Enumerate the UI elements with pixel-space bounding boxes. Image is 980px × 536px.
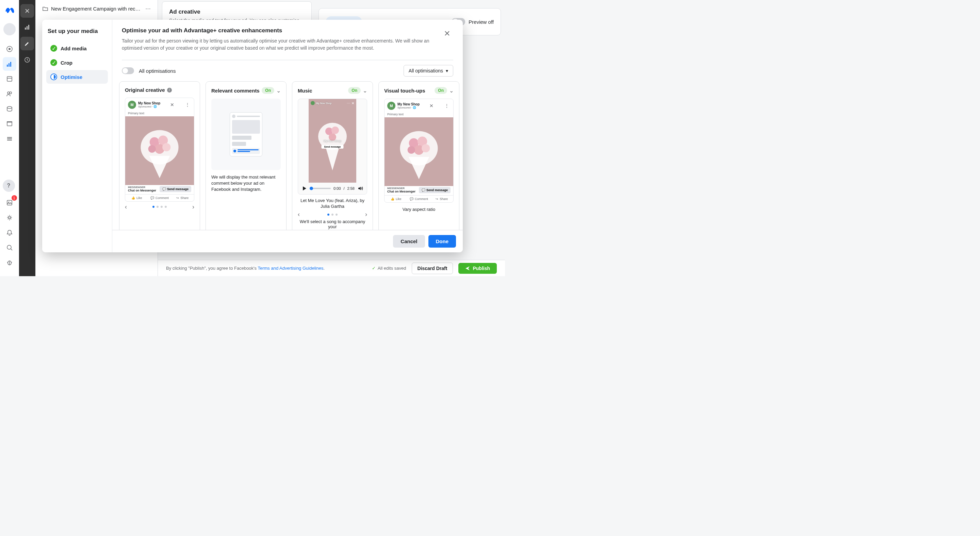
comment-icon: 💬 [410, 197, 414, 201]
chevron-down-icon[interactable]: ⌄ [363, 87, 367, 94]
shop-avatar: M [387, 102, 395, 110]
touchup-caption: Vary aspect ratio [384, 207, 453, 212]
modal-main: Optimise your ad with Advantage+ creativ… [112, 20, 463, 252]
share-icon: ↪ [436, 197, 438, 201]
chevron-down-icon[interactable]: ⌄ [449, 87, 453, 94]
music-time-current: 0:00 [334, 186, 340, 190]
ad-image [125, 116, 194, 184]
comments-description: We will display the most relevant commen… [211, 174, 281, 193]
cta-subtitle: Chat on Messenger [387, 190, 417, 193]
ad-preview-original: M My New Shop Sponsored · 🌐 ✕ ⋮ Primary … [125, 98, 194, 202]
check-icon: ✓ [50, 45, 57, 52]
carousel-dot[interactable] [336, 214, 337, 216]
cta-title: MESSENGER [387, 187, 417, 190]
done-button[interactable]: Done [428, 235, 456, 247]
more-icon[interactable]: ⋮ [184, 102, 191, 108]
step-add-media[interactable]: ✓ Add media [46, 41, 108, 55]
next-icon[interactable]: › [192, 203, 194, 211]
prev-icon[interactable]: ‹ [125, 203, 127, 211]
like-icon: 👍 [391, 197, 395, 201]
card-visual-touchups: Visual touch-ups On ⌄ M My New Shop Spon… [379, 81, 460, 230]
svg-point-37 [162, 143, 170, 151]
card-relevant-comments: Relevant comments On ⌄ [205, 81, 286, 230]
story-overlay-label: My New Shop [324, 140, 341, 143]
share-button[interactable]: ↪Share [430, 195, 453, 202]
comment-button[interactable]: 💬Comment [407, 195, 430, 202]
carousel-dot[interactable] [331, 214, 334, 216]
status-badge: On [348, 87, 361, 94]
close-icon[interactable]: ✕ [169, 102, 176, 108]
close-icon[interactable]: ✕ [428, 103, 435, 108]
play-icon[interactable] [301, 186, 307, 191]
modal-title: Optimise your ad with Advantage+ creativ… [122, 27, 441, 34]
close-icon[interactable]: ✕ [352, 101, 354, 105]
messenger-icon: 💬 [162, 187, 166, 191]
chevron-down-icon: ▾ [446, 68, 448, 73]
step-optimise[interactable]: Optimise [46, 70, 108, 84]
messenger-icon: 💬 [422, 189, 425, 192]
send-message-button[interactable]: 💬 Send message [159, 186, 191, 192]
shop-avatar: M [128, 101, 136, 109]
carousel-dot[interactable] [161, 206, 163, 208]
volume-icon[interactable] [357, 186, 363, 192]
comments-illustration [211, 98, 281, 170]
close-icon[interactable] [441, 27, 453, 40]
like-button[interactable]: 👍Like [385, 195, 407, 202]
ad-image [385, 117, 453, 185]
svg-point-50 [408, 146, 415, 154]
sponsored-label: Sponsored · 🌐 [138, 105, 160, 108]
info-icon[interactable]: i [167, 88, 172, 92]
svg-point-49 [422, 144, 430, 152]
more-icon[interactable]: ⋮ [443, 103, 450, 108]
all-optimisations-label: All optimisations [139, 68, 176, 74]
card-title: Relevant comments [211, 88, 259, 94]
optimisations-dropdown[interactable]: All optimisations ▾ [404, 65, 453, 76]
optimise-modal: Set up your media ✓ Add media ✓ Crop Opt… [42, 20, 463, 252]
all-optimisations-toggle[interactable] [122, 67, 134, 74]
cta-subtitle: Chat on Messenger [128, 189, 158, 192]
modal-overlay: Set up your media ✓ Add media ✓ Crop Opt… [0, 0, 505, 276]
send-message-button[interactable]: 💬 Send message [419, 187, 450, 193]
card-music: Music On ⌄ My New Shop ⋯ [292, 81, 373, 230]
comment-icon: 💬 [150, 196, 154, 200]
card-title: Music [298, 88, 312, 94]
chevron-down-icon[interactable]: ⌄ [276, 87, 281, 94]
sponsored-label: Sponsored · 🌐 [398, 106, 420, 109]
share-button[interactable]: ↪Share [171, 195, 194, 201]
like-icon: 👍 [131, 196, 135, 200]
cta-title: MESSENGER [128, 186, 158, 189]
comment-button[interactable]: 💬Comment [148, 195, 171, 201]
primary-text: Primary text [125, 111, 194, 116]
music-progress[interactable] [310, 188, 331, 189]
share-icon: ↪ [176, 196, 179, 200]
carousel-dot[interactable] [156, 206, 159, 208]
svg-point-42 [331, 127, 339, 134]
modal-steps-sidebar: Set up your media ✓ Add media ✓ Crop Opt… [42, 20, 112, 252]
music-track-name: Let Me Love You (feat. Ariza), by Julia … [298, 198, 367, 209]
music-preview: My New Shop ⋯ ✕ My New Shop Send message [298, 98, 367, 195]
progress-icon [50, 73, 57, 80]
story-avatar [311, 101, 315, 105]
check-icon: ✓ [50, 59, 57, 66]
carousel-dot[interactable] [327, 214, 329, 216]
next-icon[interactable]: › [365, 211, 367, 218]
story-shop-name: My New Shop [316, 102, 332, 105]
music-description: We'll select a song to accompany your [298, 219, 367, 229]
cancel-button[interactable]: Cancel [393, 235, 425, 247]
prev-icon[interactable]: ‹ [298, 211, 300, 218]
more-icon[interactable]: ⋯ [347, 101, 350, 105]
status-badge: On [434, 87, 447, 94]
carousel-dot[interactable] [153, 206, 154, 208]
music-time-sep: / [344, 186, 345, 190]
shop-name: My New Shop [398, 102, 420, 106]
ad-preview-touchups: M My New Shop Sponsored · 🌐 ✕ ⋮ Primary … [384, 98, 453, 203]
card-title: Original creative [125, 87, 165, 93]
like-button[interactable]: 👍Like [125, 195, 148, 201]
story-cta-button[interactable]: Send message [321, 145, 343, 149]
carousel-dot[interactable] [165, 206, 167, 208]
svg-point-38 [148, 145, 156, 153]
step-crop[interactable]: ✓ Crop [46, 56, 108, 70]
modal-footer: Cancel Done [112, 230, 463, 252]
status-badge: On [262, 87, 274, 94]
primary-text: Primary text [385, 113, 453, 117]
